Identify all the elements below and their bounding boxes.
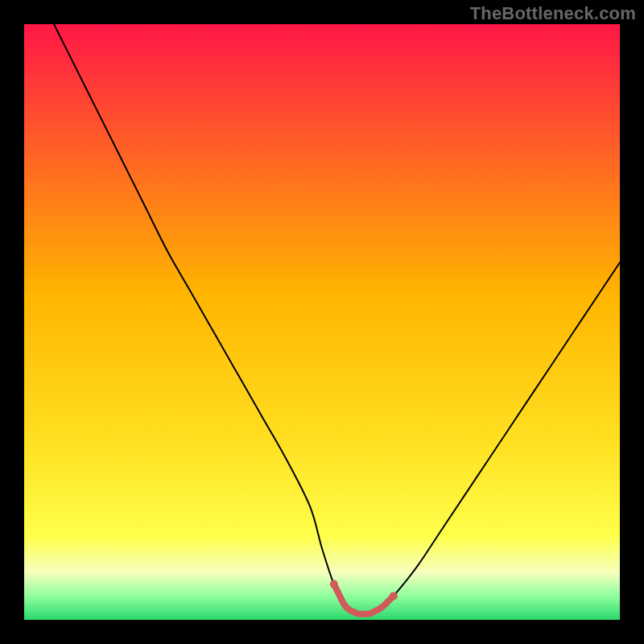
watermark-text: TheBottleneck.com (470, 3, 636, 24)
chart-stage: TheBottleneck.com (0, 0, 644, 644)
gradient-background (24, 24, 620, 620)
plot-frame (24, 24, 620, 620)
bottleneck-plot (24, 24, 620, 620)
optimal-range-start-dot (330, 580, 338, 588)
optimal-range-end-dot (390, 592, 398, 600)
